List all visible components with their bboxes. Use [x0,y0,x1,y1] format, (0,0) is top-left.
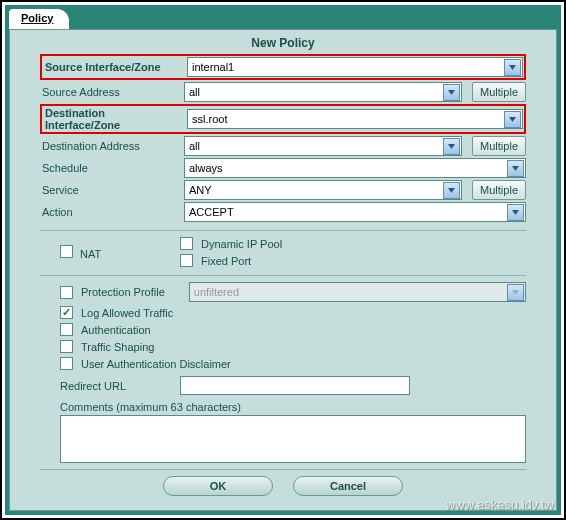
label-redirect-url: Redirect URL [40,380,180,392]
label-comments: Comments (maximum 63 characters) [40,401,526,413]
label-user-auth-disclaimer: User Authentication Disclaimer [81,358,231,370]
label-source-interface: Source Interface/Zone [43,61,183,73]
ok-button[interactable]: OK [163,476,273,496]
chevron-down-icon [507,284,524,301]
select-dest-address[interactable]: all [184,136,462,156]
label-nat: NAT [80,248,101,260]
textarea-comments[interactable] [60,415,526,463]
label-traffic-shaping: Traffic Shaping [81,341,154,353]
checkbox-authentication[interactable] [60,323,73,336]
label-fixed-port: Fixed Port [201,255,251,267]
input-redirect-url[interactable] [180,376,410,395]
select-source-address[interactable]: all [184,82,462,102]
label-source-address: Source Address [40,86,180,98]
select-schedule[interactable]: always [184,158,526,178]
panel-title: New Policy [40,32,526,54]
chevron-down-icon [443,138,460,155]
label-action: Action [40,206,180,218]
label-authentication: Authentication [81,324,151,336]
label-service: Service [40,184,180,196]
multiple-button-src-addr[interactable]: Multiple [472,82,526,102]
chevron-down-icon [504,111,521,128]
multiple-button-dst-addr[interactable]: Multiple [472,136,526,156]
chevron-down-icon [507,204,524,221]
checkbox-traffic-shaping[interactable] [60,340,73,353]
label-schedule: Schedule [40,162,180,174]
select-dest-interface[interactable]: ssl.root [187,109,523,129]
label-protection-profile: Protection Profile [81,286,165,298]
select-service[interactable]: ANY [184,180,462,200]
chevron-down-icon [443,182,460,199]
multiple-button-service[interactable]: Multiple [472,180,526,200]
checkbox-fixed-port[interactable] [180,254,193,267]
tab-policy[interactable]: Policy [9,9,69,29]
checkbox-dynamic-ip[interactable] [180,237,193,250]
chevron-down-icon [504,59,521,76]
select-source-interface[interactable]: internal1 [187,57,523,77]
chevron-down-icon [507,160,524,177]
checkbox-log-allowed[interactable] [60,306,73,319]
chevron-down-icon [443,84,460,101]
label-dynamic-ip: Dynamic IP Pool [201,238,282,250]
checkbox-protection-profile[interactable] [60,286,73,299]
label-log-allowed: Log Allowed Traffic [81,307,173,319]
cancel-button[interactable]: Cancel [293,476,403,496]
select-action[interactable]: ACCEPT [184,202,526,222]
select-protection-profile: unfiltered [189,282,526,302]
checkbox-nat[interactable] [60,245,73,258]
label-dest-address: Destination Address [40,140,180,152]
label-dest-interface: Destination Interface/Zone [43,107,183,131]
checkbox-user-auth-disclaimer[interactable] [60,357,73,370]
